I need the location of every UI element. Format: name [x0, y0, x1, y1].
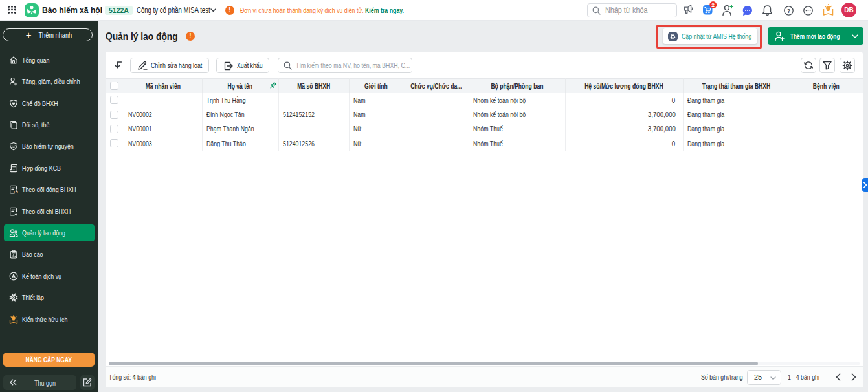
- svg-text:2: 2: [711, 2, 715, 8]
- svg-text:?: ?: [787, 8, 791, 14]
- svg-text:C12: C12: [14, 190, 18, 194]
